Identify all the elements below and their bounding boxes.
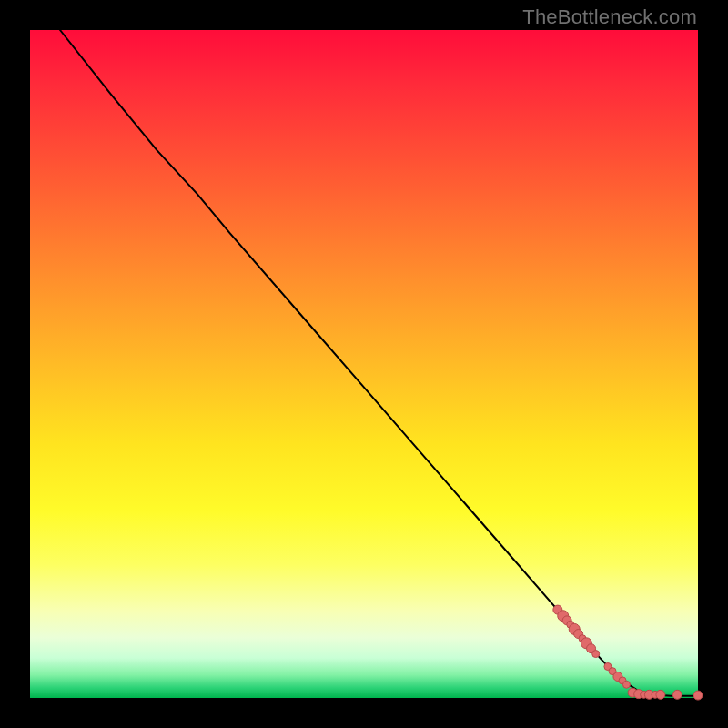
scatter-point [622, 681, 630, 688]
scatter-point [672, 690, 682, 699]
chart-overlay [30, 30, 698, 698]
scatter-point [592, 651, 600, 658]
scatter-points-group [553, 605, 703, 700]
bottleneck-curve [60, 30, 698, 696]
watermark-label: TheBottleneck.com [522, 5, 697, 29]
scatter-point [693, 691, 703, 700]
scatter-point [656, 690, 665, 699]
chart-frame: TheBottleneck.com [0, 0, 728, 728]
